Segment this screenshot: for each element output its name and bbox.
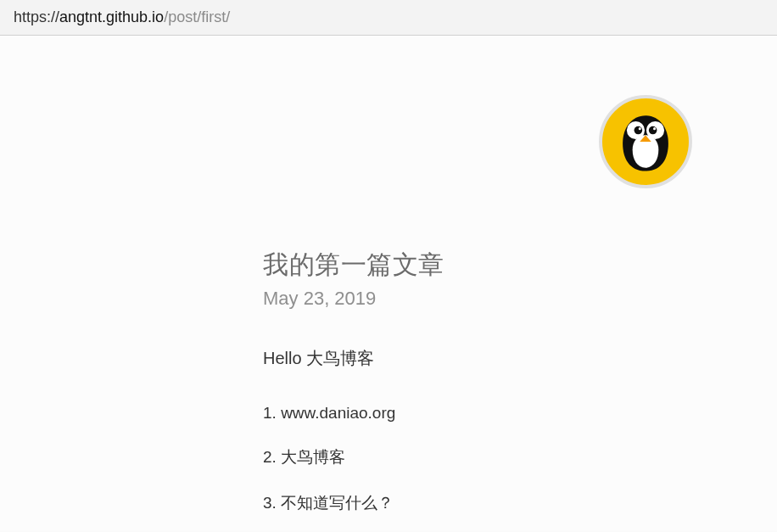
svg-point-5 bbox=[639, 127, 641, 130]
article-date: May 23, 2019 bbox=[263, 288, 619, 310]
url-protocol: https:// bbox=[14, 8, 59, 25]
article-list: www.daniao.org 大鸟博客 不知道写什么？ bbox=[263, 404, 619, 514]
penguin-avatar-icon bbox=[605, 101, 686, 182]
list-item: www.daniao.org bbox=[263, 404, 619, 423]
page-content: 我的第一篇文章 May 23, 2019 Hello 大鸟博客 www.dani… bbox=[0, 36, 777, 530]
list-item: 不知道写什么？ bbox=[263, 492, 619, 514]
article: 我的第一篇文章 May 23, 2019 Hello 大鸟博客 www.dani… bbox=[263, 248, 619, 532]
svg-point-6 bbox=[653, 127, 656, 130]
avatar-link[interactable] bbox=[599, 95, 692, 188]
url-path: /post/first/ bbox=[164, 8, 230, 25]
article-intro: Hello 大鸟博客 bbox=[263, 347, 619, 370]
svg-point-3 bbox=[634, 126, 643, 135]
list-item: 大鸟博客 bbox=[263, 446, 619, 468]
svg-point-4 bbox=[649, 126, 657, 135]
url-domain: angtnt.github.io bbox=[59, 8, 164, 25]
address-bar[interactable]: https://angtnt.github.io/post/first/ bbox=[0, 0, 777, 36]
article-title: 我的第一篇文章 bbox=[263, 248, 619, 283]
